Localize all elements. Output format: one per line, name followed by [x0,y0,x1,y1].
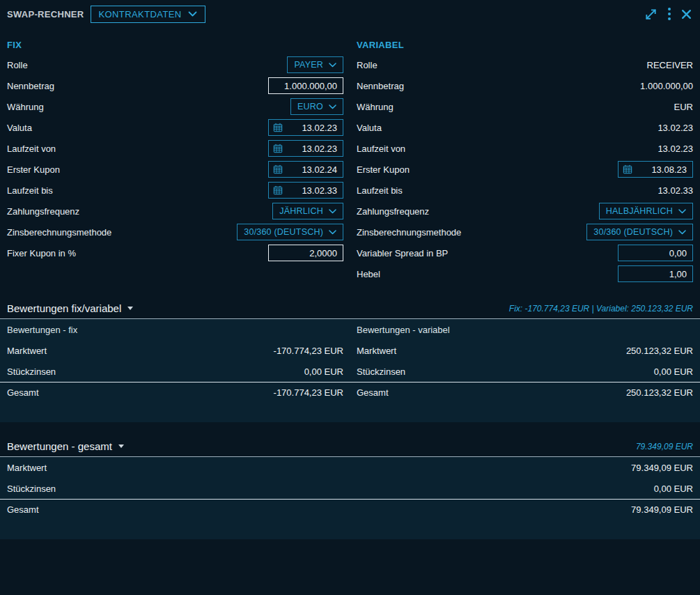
row-value: 79.349,09 EUR [631,463,693,473]
row-label: Gesamt [7,504,39,515]
fix-zinsberechnungsmethode-dropdown[interactable]: 30/360 (DEUTSCH) [237,224,343,240]
var-nennbetrag-value: 1.000.000,00 [640,81,693,91]
fix-column: FIX Rolle PAYER Nennbetrag Währung EURO … [7,38,343,284]
table-total-row: Gesamt -170.774,23 EUR Gesamt 250.123,32… [0,382,700,403]
fix-waehrung-label: Währung [7,102,44,112]
chevron-down-icon [678,209,686,214]
form-row: Laufzeit von 13.02.23 [7,138,343,159]
fix-nennbetrag-label: Nennbetrag [7,81,54,91]
fix-laufzeit-von-value: 13.02.23 [287,144,337,154]
fix-erster-kupon-datepicker[interactable]: 13.02.24 [268,161,343,178]
fix-waehrung-dropdown[interactable]: EURO [290,98,343,115]
fix-valuta-label: Valuta [7,123,32,133]
variabel-table-header: Bewertungen - variabel [357,325,450,335]
chevron-down-icon [329,209,336,214]
var-valuta-value: 13.02.23 [658,123,693,133]
row-value: -170.774,23 EUR [274,387,343,398]
form-row: Variabler Spread in BP [357,242,693,263]
var-spread-label: Variabler Spread in BP [357,248,448,258]
form-row: Laufzeit von 13.02.23 [357,138,693,159]
chevron-down-icon [678,230,686,235]
fix-rolle-dropdown[interactable]: PAYER [287,56,343,73]
variabel-column: VARIABEL Rolle RECEIVER Nennbetrag 1.000… [357,38,693,284]
form-row: Valuta 13.02.23 [357,117,693,138]
var-rolle-value: RECEIVER [647,60,693,70]
fix-column-heading: FIX [7,38,343,52]
row-value: 0,00 EUR [654,484,693,494]
var-hebel-input[interactable] [618,265,693,282]
fix-valuta-value: 13.02.23 [287,123,337,133]
form-row: Hebel [357,263,693,284]
table-total-row: Gesamt 79.349,09 EUR [0,499,700,520]
calendar-icon [273,164,283,174]
section-title: Bewertungen - gesamt [7,440,112,452]
fix-laufzeit-bis-label: Laufzeit bis [7,185,53,196]
row-value: -170.774,23 EUR [274,346,343,356]
var-laufzeit-von-label: Laufzeit von [357,144,405,154]
expand-icon[interactable] [644,8,658,21]
valuations-table: Bewertungen - fix Bewertungen - variabel… [0,319,700,422]
form-row: Zinsberechnungsmethode 30/360 (DEUTSCH) [7,222,343,242]
var-zahlungsfrequenz-dropdown[interactable]: HALBJÄHRLICH [599,203,693,219]
section-header: Bewertungen fix/variabel Fix: -170.774,2… [0,298,700,319]
row-value: 0,00 EUR [304,366,343,377]
close-icon[interactable] [681,9,692,20]
section-title: Bewertungen fix/variabel [7,302,121,314]
var-erster-kupon-datepicker[interactable]: 13.08.23 [618,161,693,178]
var-zinsberechnungsmethode-value: 30/360 (DEUTSCH) [593,227,673,237]
var-spread-input[interactable] [618,245,693,261]
form-row: Valuta 13.02.23 [7,117,343,138]
row-label: Stückzinsen [7,484,56,494]
fix-laufzeit-bis-value: 13.02.33 [287,185,337,196]
table-row: Marktwert -170.774,23 EUR Marktwert 250.… [0,340,700,361]
kebab-menu-icon[interactable] [668,8,671,20]
var-zahlungsfrequenz-label: Zahlungsfrequenz [357,206,429,217]
form-row: Erster Kupon 13.02.24 [7,159,343,180]
fix-zahlungsfrequenz-dropdown[interactable]: JÄHRLICH [272,203,343,219]
fix-rolle-label: Rolle [7,60,28,70]
fix-laufzeit-von-datepicker[interactable]: 13.02.23 [268,140,343,157]
form-row: Erster Kupon 13.08.23 [357,159,693,180]
table-row: Stückzinsen 0,00 EUR [0,478,700,499]
valuations-fix-variabel-toggle[interactable]: Bewertungen fix/variabel [7,302,133,314]
var-erster-kupon-value: 13.08.23 [637,164,687,175]
form-row: Rolle RECEIVER [357,54,693,75]
var-nennbetrag-label: Nennbetrag [357,81,404,91]
var-zinsberechnungsmethode-dropdown[interactable]: 30/360 (DEUTSCH) [586,224,693,240]
row-label: Stückzinsen [7,366,56,377]
fix-valuta-datepicker[interactable]: 13.02.23 [268,119,343,136]
variabel-column-heading: VARIABEL [357,38,693,52]
var-laufzeit-bis-label: Laufzeit bis [357,185,403,196]
var-waehrung-label: Währung [357,102,394,112]
var-laufzeit-von-value: 13.02.23 [658,144,693,154]
valuations-gesamt-section: Bewertungen - gesamt 79.349,09 EUR Markt… [0,436,700,539]
fix-table-header: Bewertungen - fix [7,325,77,335]
fix-fixer-kupon-input[interactable] [268,245,343,261]
row-label: Gesamt [357,387,389,398]
row-label: Marktwert [7,463,47,473]
var-valuta-label: Valuta [357,123,382,133]
fix-laufzeit-von-label: Laufzeit von [7,144,56,154]
row-value: 250.123,32 EUR [626,387,693,398]
titlebar: SWAP-RECHNER KONTRAKTDATEN [0,0,700,28]
fix-zinsberechnungsmethode-label: Zinsberechnungsmethode [7,227,111,238]
fix-fixer-kupon-label: Fixer Kupon in % [7,248,76,258]
fix-nennbetrag-input[interactable] [268,77,343,94]
fix-laufzeit-bis-datepicker[interactable]: 13.02.33 [268,182,343,199]
caret-down-icon [118,445,124,448]
fix-zinsberechnungsmethode-value: 30/360 (DEUTSCH) [244,227,323,237]
valuations-gesamt-toggle[interactable]: Bewertungen - gesamt [7,440,124,452]
var-waehrung-value: EUR [674,102,693,112]
row-label: Stückzinsen [357,366,405,377]
row-label: Gesamt [7,387,39,398]
var-rolle-label: Rolle [357,60,378,70]
calendar-icon [273,123,283,132]
fix-zahlungsfrequenz-label: Zahlungsfrequenz [7,206,79,217]
table-row: Marktwert 79.349,09 EUR [0,457,700,478]
form-row: Laufzeit bis 13.02.33 [7,180,343,201]
var-zinsberechnungsmethode-label: Zinsberechnungsmethode [357,227,461,238]
view-selector-dropdown[interactable]: KONTRAKTDATEN [91,6,205,23]
row-value: 79.349,09 EUR [631,504,693,515]
var-erster-kupon-label: Erster Kupon [357,164,410,175]
valuations-fix-variabel-section: Bewertungen fix/variabel Fix: -170.774,2… [0,298,700,422]
